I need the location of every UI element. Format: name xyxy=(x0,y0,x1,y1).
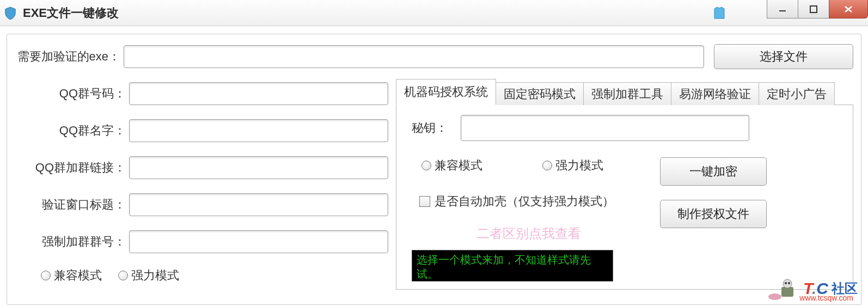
console-output: 选择一个模式来加，不知道样式请先试。 xyxy=(412,250,613,281)
radio-icon xyxy=(41,271,51,280)
tab-eyou-verify[interactable]: 易游网络验证 xyxy=(671,82,759,105)
title-bar: EXE文件一键修改 xyxy=(0,0,868,26)
tshirt-icon xyxy=(712,5,726,21)
main-panel: 需要加验证的exe： 选择文件 QQ群号码： QQ群名字： QQ群加群链接： xyxy=(7,34,861,305)
secret-key-input[interactable] xyxy=(461,115,749,141)
tab-bar: 机器码授权系统 固定密码模式 强制加群工具 易游网络验证 定时小广告 xyxy=(396,79,853,105)
close-button[interactable] xyxy=(829,0,868,19)
strong-mode-radio-left[interactable]: 强力模式 xyxy=(118,267,179,284)
force-group-number-input[interactable] xyxy=(129,230,388,253)
checkbox-icon xyxy=(419,196,430,207)
tab-timed-ad[interactable]: 定时小广告 xyxy=(759,82,835,105)
tab-force-group[interactable]: 强制加群工具 xyxy=(583,82,671,105)
watermark-url: www.tcsqw.com xyxy=(799,293,853,302)
compat-mode-label-2: 兼容模式 xyxy=(435,157,482,174)
qq-group-name-input[interactable] xyxy=(129,119,388,142)
compat-mode-radio-right[interactable]: 兼容模式 xyxy=(421,157,482,174)
qq-group-link-input[interactable] xyxy=(129,156,388,179)
svg-point-4 xyxy=(768,293,781,300)
tab-machine-auth[interactable]: 机器码授权系统 xyxy=(396,79,496,105)
choose-file-button[interactable]: 选择文件 xyxy=(714,44,853,69)
compat-mode-radio-left[interactable]: 兼容模式 xyxy=(41,267,102,284)
radio-icon xyxy=(118,271,128,280)
make-auth-file-button[interactable]: 制作授权文件 xyxy=(660,200,767,228)
svg-point-8 xyxy=(788,282,790,284)
maximize-button[interactable] xyxy=(798,0,829,19)
qq-group-name-label: QQ群名字： xyxy=(15,123,129,139)
force-group-number-label: 强制加群群号： xyxy=(15,234,129,250)
window-title: EXE文件一键修改 xyxy=(23,5,119,21)
difference-link[interactable]: 二者区别点我查看 xyxy=(412,225,646,242)
window-controls xyxy=(767,0,868,19)
compat-mode-label: 兼容模式 xyxy=(54,267,102,284)
strong-mode-label: 强力模式 xyxy=(131,267,179,284)
verify-window-title-label: 验证窗口标题： xyxy=(15,197,129,213)
minimize-button[interactable] xyxy=(767,0,798,19)
svg-rect-1 xyxy=(810,6,817,13)
svg-point-7 xyxy=(785,282,787,284)
right-column: 机器码授权系统 固定密码模式 强制加群工具 易游网络验证 定时小广告 秘钥： xyxy=(396,79,853,290)
encrypt-button[interactable]: 一键加密 xyxy=(660,157,767,186)
strong-mode-label-2: 强力模式 xyxy=(555,157,603,174)
qq-group-link-label: QQ群加群链接： xyxy=(15,160,129,176)
console-text: 选择一个模式来加，不知道样式请先试。 xyxy=(417,253,608,281)
secret-key-label: 秘钥： xyxy=(412,120,461,136)
verify-window-title-input[interactable] xyxy=(129,193,388,216)
radio-icon xyxy=(421,161,431,170)
watermark: T.C 社区 www.tcsqw.com xyxy=(766,276,858,301)
auto-shell-checkbox[interactable]: 是否自动加壳（仅支持强力模式） xyxy=(412,193,646,210)
left-column: QQ群号码： QQ群名字： QQ群加群链接： 验证窗口标题： 强制加群群号： xyxy=(15,79,396,290)
radio-icon xyxy=(542,161,552,170)
app-icon xyxy=(4,6,16,20)
exe-path-label: 需要加验证的exe： xyxy=(15,48,124,65)
auto-shell-label: 是否自动加壳（仅支持强力模式） xyxy=(435,193,614,210)
svg-point-6 xyxy=(783,279,792,288)
watermark-mascot-icon xyxy=(766,276,799,301)
tab-body: 秘钥： 兼容模式 强力 xyxy=(396,105,853,290)
svg-rect-5 xyxy=(781,287,793,297)
qq-group-number-input[interactable] xyxy=(129,82,388,105)
qq-group-number-label: QQ群号码： xyxy=(15,85,129,102)
exe-path-input[interactable] xyxy=(124,45,704,68)
tab-fixed-password[interactable]: 固定密码模式 xyxy=(496,82,584,105)
strong-mode-radio-right[interactable]: 强力模式 xyxy=(542,157,603,174)
